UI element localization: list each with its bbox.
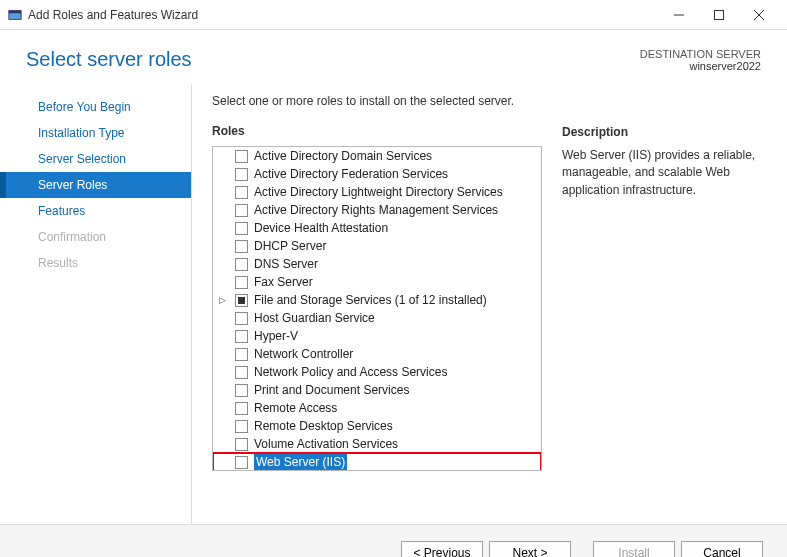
window-title: Add Roles and Features Wizard — [28, 8, 659, 22]
description-text: Web Server (IIS) provides a reliable, ma… — [562, 147, 765, 199]
role-item[interactable]: Active Directory Federation Services — [213, 165, 541, 183]
role-checkbox[interactable] — [235, 186, 248, 199]
role-item[interactable]: Fax Server — [213, 273, 541, 291]
role-checkbox[interactable] — [235, 168, 248, 181]
role-label: Active Directory Domain Services — [254, 148, 432, 164]
role-checkbox[interactable] — [235, 258, 248, 271]
next-button[interactable]: Next > — [489, 541, 571, 558]
role-checkbox[interactable] — [235, 348, 248, 361]
role-label: Active Directory Rights Management Servi… — [254, 202, 498, 218]
nav-step-confirmation: Confirmation — [0, 224, 191, 250]
role-checkbox[interactable] — [235, 402, 248, 415]
role-item[interactable]: Host Guardian Service — [213, 309, 541, 327]
role-item[interactable]: DHCP Server — [213, 237, 541, 255]
role-item[interactable]: Network Controller — [213, 345, 541, 363]
role-item[interactable]: Volume Activation Services — [213, 435, 541, 453]
role-item[interactable]: Active Directory Domain Services — [213, 147, 541, 165]
role-item[interactable]: Hyper-V — [213, 327, 541, 345]
role-label: Remote Desktop Services — [254, 418, 393, 434]
role-label: Web Server (IIS) — [254, 454, 347, 470]
role-checkbox[interactable] — [235, 330, 248, 343]
destination-server: winserver2022 — [640, 60, 761, 72]
wizard-nav: Before You BeginInstallation TypeServer … — [0, 84, 192, 524]
role-checkbox[interactable] — [235, 420, 248, 433]
instruction-text: Select one or more roles to install on t… — [212, 94, 542, 108]
role-label: Active Directory Federation Services — [254, 166, 448, 182]
role-item[interactable]: Remote Access — [213, 399, 541, 417]
install-button: Install — [593, 541, 675, 558]
role-item[interactable]: Network Policy and Access Services — [213, 363, 541, 381]
nav-step-before-you-begin[interactable]: Before You Begin — [0, 94, 191, 120]
role-label: DHCP Server — [254, 238, 326, 254]
role-item[interactable]: Print and Document Services — [213, 381, 541, 399]
role-item[interactable]: Active Directory Lightweight Directory S… — [213, 183, 541, 201]
nav-step-server-selection[interactable]: Server Selection — [0, 146, 191, 172]
role-item[interactable]: Web Server (IIS) — [213, 453, 541, 470]
cancel-button[interactable]: Cancel — [681, 541, 763, 558]
destination-label: DESTINATION SERVER — [640, 48, 761, 60]
role-checkbox[interactable] — [235, 204, 248, 217]
role-label: Host Guardian Service — [254, 310, 375, 326]
role-item[interactable]: DNS Server — [213, 255, 541, 273]
svg-rect-3 — [715, 10, 724, 19]
role-checkbox[interactable] — [235, 150, 248, 163]
role-checkbox[interactable] — [235, 276, 248, 289]
nav-step-server-roles[interactable]: Server Roles — [0, 172, 191, 198]
svg-rect-1 — [9, 10, 21, 13]
role-label: Network Policy and Access Services — [254, 364, 447, 380]
nav-step-installation-type[interactable]: Installation Type — [0, 120, 191, 146]
role-label: Hyper-V — [254, 328, 298, 344]
maximize-button[interactable] — [699, 1, 739, 29]
role-label: Remote Access — [254, 400, 337, 416]
role-checkbox[interactable] — [235, 312, 248, 325]
page-title: Select server roles — [26, 48, 192, 71]
nav-step-features[interactable]: Features — [0, 198, 191, 224]
role-checkbox[interactable] — [235, 222, 248, 235]
expand-icon[interactable]: ▷ — [219, 292, 229, 308]
wizard-icon — [8, 8, 22, 22]
minimize-button[interactable] — [659, 1, 699, 29]
role-checkbox[interactable] — [235, 384, 248, 397]
footer: < Previous Next > Install Cancel — [0, 524, 787, 557]
destination-info: DESTINATION SERVER winserver2022 — [640, 48, 761, 72]
role-checkbox[interactable] — [235, 294, 248, 307]
titlebar: Add Roles and Features Wizard — [0, 0, 787, 30]
role-item[interactable]: Active Directory Rights Management Servi… — [213, 201, 541, 219]
role-label: Volume Activation Services — [254, 436, 398, 452]
role-checkbox[interactable] — [235, 456, 248, 469]
role-checkbox[interactable] — [235, 240, 248, 253]
nav-step-results: Results — [0, 250, 191, 276]
description-heading: Description — [562, 125, 765, 139]
role-label: Network Controller — [254, 346, 353, 362]
role-checkbox[interactable] — [235, 438, 248, 451]
previous-button[interactable]: < Previous — [401, 541, 483, 558]
role-item[interactable]: Device Health Attestation — [213, 219, 541, 237]
role-label: File and Storage Services (1 of 12 insta… — [254, 292, 487, 308]
roles-heading: Roles — [212, 124, 542, 138]
header: Select server roles DESTINATION SERVER w… — [0, 30, 787, 84]
close-button[interactable] — [739, 1, 779, 29]
role-label: Fax Server — [254, 274, 313, 290]
role-label: Active Directory Lightweight Directory S… — [254, 184, 503, 200]
role-label: DNS Server — [254, 256, 318, 272]
role-label: Device Health Attestation — [254, 220, 388, 236]
role-label: Print and Document Services — [254, 382, 409, 398]
role-checkbox[interactable] — [235, 366, 248, 379]
roles-list[interactable]: Active Directory Domain ServicesActive D… — [212, 146, 542, 471]
role-item[interactable]: Remote Desktop Services — [213, 417, 541, 435]
role-item[interactable]: ▷File and Storage Services (1 of 12 inst… — [213, 291, 541, 309]
